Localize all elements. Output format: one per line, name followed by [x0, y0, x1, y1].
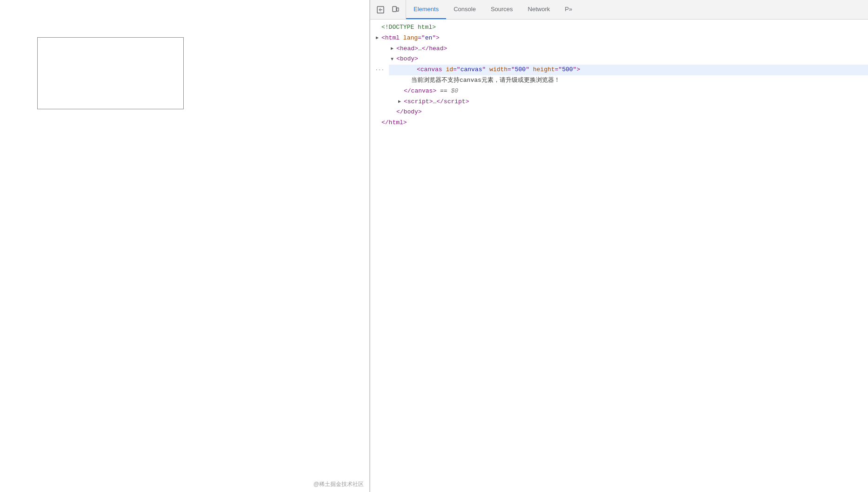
svg-rect-1: [393, 7, 396, 12]
toggle-body[interactable]: [391, 56, 396, 63]
dom-html-close-line: </html>: [370, 118, 868, 128]
canvas-visual: [37, 37, 184, 109]
dom-doctype-line: <!DOCTYPE html>: [370, 22, 868, 33]
browser-viewport: @稀土掘金技术社区: [0, 0, 370, 492]
device-toggle-icon[interactable]: [389, 3, 402, 16]
svg-rect-2: [397, 8, 399, 11]
devtools-icon-group: [370, 0, 406, 19]
dom-canvas-open-line[interactable]: <canvas id="canvas" width="500" height="…: [389, 65, 868, 75]
dom-canvas-text-line: 当前浏览器不支持canvas元素，请升级或更换浏览器！: [370, 75, 868, 86]
devtools-panel: Elements Console Sources Network P» <!DO…: [370, 0, 868, 492]
devtools-toolbar: Elements Console Sources Network P»: [370, 0, 868, 20]
toggle-script[interactable]: [398, 98, 404, 106]
three-dots-marker: ···: [375, 66, 384, 74]
dom-canvas-close-line[interactable]: </canvas> == $0: [370, 86, 868, 97]
devtools-content: <!DOCTYPE html> <html lang="en"> <head>……: [370, 20, 868, 492]
tab-elements[interactable]: Elements: [406, 0, 446, 19]
dollar-zero-ref: $0: [451, 86, 458, 96]
dom-canvas-gutter: ···: [370, 65, 389, 75]
inspect-element-icon[interactable]: [374, 3, 387, 16]
dom-script-line[interactable]: <script>…</script>: [370, 97, 868, 107]
dom-canvas-wrapper: ··· <canvas id="canvas" width="500" heig…: [370, 65, 868, 75]
tab-performance[interactable]: P»: [557, 0, 580, 19]
toggle-html[interactable]: [376, 34, 381, 42]
dom-body-close-line: </body>: [370, 107, 868, 118]
toggle-head[interactable]: [391, 45, 396, 53]
devtools-tabs: Elements Console Sources Network P»: [406, 0, 868, 19]
dom-html-line[interactable]: <html lang="en">: [370, 33, 868, 44]
dom-head-line[interactable]: <head>…</head>: [370, 44, 868, 54]
tab-sources[interactable]: Sources: [483, 0, 521, 19]
dom-tree: <!DOCTYPE html> <html lang="en"> <head>……: [370, 20, 868, 131]
tab-console[interactable]: Console: [446, 0, 483, 19]
watermark-text: @稀土掘金技术社区: [314, 480, 364, 488]
tab-network[interactable]: Network: [521, 0, 558, 19]
doctype-text: <!DOCTYPE html>: [381, 23, 436, 33]
canvas-fallback-text: 当前浏览器不支持canvas元素，请升级或更换浏览器！: [411, 76, 560, 86]
dom-body-open-line[interactable]: <body>: [370, 54, 868, 65]
